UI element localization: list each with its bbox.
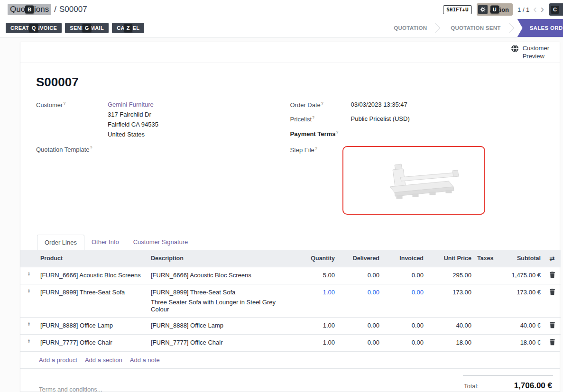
help-icon: ? (312, 115, 314, 120)
customer-label: Customer? (36, 101, 108, 138)
status-step-quotation-sent[interactable]: QUOTATION SENT (443, 19, 508, 37)
table-row[interactable]: ▲▼[FURN_6666] Acoustic Bloc Screens[FURN… (20, 267, 561, 284)
cell-subtotal: 173.00 € (494, 284, 544, 317)
cell-description[interactable]: [FURN_8888] Office Lamp (148, 317, 296, 334)
status-step-quotation[interactable]: QUOTATION (387, 19, 434, 37)
cell-product[interactable]: [FURN_8888] Office Lamp (37, 317, 148, 334)
breadcrumb-quotations[interactable]: Quotations B (8, 4, 51, 15)
delete-line-button[interactable] (544, 334, 561, 351)
cell-delivered[interactable]: 0.00 (338, 284, 382, 317)
status-chevron-icon (508, 19, 517, 37)
action-menu-button[interactable]: Action U (477, 3, 513, 16)
total-value: 1,706.00 € (514, 381, 552, 391)
cell-taxes[interactable] (474, 267, 494, 284)
cell-product[interactable]: [FURN_8999] Three-Seat Sofa (37, 284, 148, 317)
cell-taxes[interactable] (474, 284, 494, 317)
header-invoiced[interactable]: Invoiced (382, 250, 426, 267)
field-quotation-template: Quotation Template? (36, 146, 290, 154)
cell-taxes[interactable] (474, 334, 494, 351)
pager-previous-button[interactable]: ‹ (533, 4, 536, 15)
cell-invoiced[interactable]: 0.00 (382, 317, 426, 334)
header-subtotal[interactable]: Subtotal (494, 250, 544, 267)
drag-handle[interactable]: ▲▼ (20, 267, 37, 284)
header-delivered[interactable]: Delivered (338, 250, 382, 267)
cell-unit-price[interactable]: 40.00 (426, 317, 474, 334)
header-unit-price[interactable]: Unit Price (426, 250, 474, 267)
cell-invoiced[interactable]: 0.00 (382, 267, 426, 284)
drag-handle[interactable]: ▲▼ (20, 284, 37, 317)
cell-quantity[interactable]: 1.00 (296, 334, 338, 351)
pricelist-label: Pricelist? (290, 115, 351, 123)
customer-address: 317 Fairchild Dr Fairfield CA 94535 Unit… (108, 111, 290, 138)
header-quantity[interactable]: Quantity (296, 250, 338, 267)
payment-terms-field[interactable] (351, 130, 545, 138)
create-invoice-button[interactable]: CREATE INVOICE Q (6, 23, 62, 33)
status-step-sales-order[interactable]: SALES ORDER (517, 19, 563, 37)
cancel-button[interactable]: CANCEL Z (112, 23, 144, 33)
cell-delivered[interactable]: 0.00 (338, 267, 382, 284)
tab-customer-signature[interactable]: Customer Signature (126, 235, 195, 250)
table-row[interactable]: ▲▼[FURN_8888] Office Lamp[FURN_8888] Off… (20, 317, 561, 334)
pager-next-button[interactable]: › (541, 4, 544, 15)
field-payment-terms: Payment Terms? (290, 130, 545, 138)
topbar-right: SHIFT+U Action U 1 / 1 ‹ › (443, 3, 563, 16)
delete-line-button[interactable] (544, 317, 561, 334)
fields-grid: Customer? Gemini Furniture 317 Fairchild… (36, 101, 544, 220)
header-taxes[interactable]: Taxes (474, 250, 494, 267)
tab-other-info[interactable]: Other Info (84, 235, 126, 250)
tab-order-lines[interactable]: Order Lines (37, 235, 84, 250)
cell-invoiced[interactable]: 0.00 (382, 284, 426, 317)
table-row[interactable]: ▲▼[FURN_7777] Office Chair[FURN_7777] Of… (20, 334, 561, 351)
step-file-label: Step File? (290, 146, 342, 215)
help-icon: ? (63, 101, 65, 106)
statusbar: QUOTATION QUOTATION SENT SALES ORDER (387, 19, 563, 37)
cell-description[interactable]: [FURN_7777] Office Chair (148, 334, 296, 351)
pager: 1 / 1 ‹ › (517, 4, 544, 15)
create-button-partial[interactable]: C (549, 3, 563, 16)
customer-preview-button[interactable]: Customer Preview (511, 45, 549, 60)
cell-delivered[interactable]: 0.00 (338, 317, 382, 334)
header-description[interactable]: Description (148, 250, 296, 267)
delete-line-button[interactable] (544, 284, 561, 317)
cell-quantity[interactable]: 1.00 (296, 284, 338, 317)
pager-count: 1 / 1 (517, 6, 529, 13)
send-email-button[interactable]: SEND EMAIL G (65, 23, 109, 33)
cell-product[interactable]: [FURN_7777] Office Chair (37, 334, 148, 351)
cell-unit-price[interactable]: 18.00 (426, 334, 474, 351)
field-step-file: Step File? (290, 146, 545, 215)
header-product[interactable]: Product (37, 250, 148, 267)
quotation-template-label: Quotation Template? (36, 146, 108, 154)
cell-quantity[interactable]: 1.00 (296, 317, 338, 334)
page-title: S00007 (36, 75, 544, 90)
terms-placeholder[interactable]: Terms and conditions... (39, 386, 102, 392)
order-date-value[interactable]: 03/03/2023 13:35:47 (351, 101, 545, 109)
hotkey-badge-breadcrumb: B (25, 6, 34, 14)
cell-quantity[interactable]: 5.00 (296, 267, 338, 284)
help-icon: ? (336, 130, 338, 135)
delete-line-button[interactable] (544, 267, 561, 284)
drag-handle[interactable]: ▲▼ (20, 317, 37, 334)
pricelist-value[interactable]: Public Pricelist (USD) (351, 115, 545, 123)
status-chevron-icon (434, 19, 443, 37)
cell-description[interactable]: [FURN_8999] Three-Seat SofaThree Seater … (148, 284, 296, 317)
cell-delivered[interactable]: 0.00 (338, 334, 382, 351)
customer-link[interactable]: Gemini Furniture (108, 101, 154, 108)
quotation-template-field[interactable] (108, 146, 290, 154)
gear-icon (478, 5, 488, 14)
drag-handle[interactable]: ▲▼ (20, 334, 37, 351)
cell-description[interactable]: [FURN_6666] Acoustic Bloc Screens (148, 267, 296, 284)
add-product-link[interactable]: Add a product (39, 356, 77, 364)
table-row[interactable]: ▲▼[FURN_8999] Three-Seat Sofa[FURN_8999]… (20, 284, 561, 317)
cell-unit-price[interactable]: 295.00 (426, 267, 474, 284)
cell-invoiced[interactable]: 0.00 (382, 334, 426, 351)
cell-product[interactable]: [FURN_6666] Acoustic Bloc Screens (37, 267, 148, 284)
add-note-link[interactable]: Add a note (130, 356, 160, 364)
total-label: Total: (464, 383, 479, 390)
step-file-3d-render (343, 147, 484, 213)
notebook-tabs: Order Lines Other Info Customer Signatur… (20, 235, 560, 250)
cell-unit-price[interactable]: 173.00 (426, 284, 474, 317)
optional-columns-icon[interactable]: ⇄ (544, 250, 561, 267)
step-file-image[interactable] (342, 146, 485, 215)
cell-taxes[interactable] (474, 317, 494, 334)
add-section-link[interactable]: Add a section (85, 356, 122, 364)
